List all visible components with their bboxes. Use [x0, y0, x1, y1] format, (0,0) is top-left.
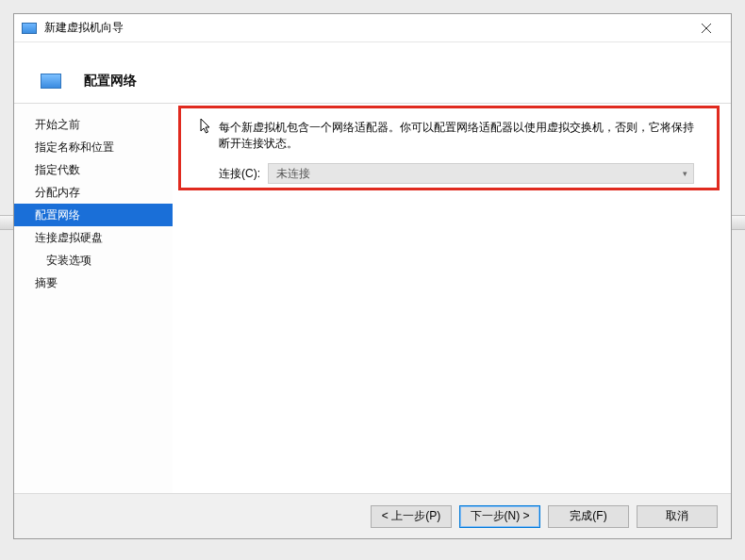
sidebar-item-before-begin[interactable]: 开始之前	[14, 113, 173, 136]
close-button[interactable]	[686, 15, 727, 41]
page-title: 配置网络	[84, 73, 137, 90]
sidebar-item-label: 指定名称和位置	[35, 140, 114, 154]
sidebar-item-memory[interactable]: 分配内存	[14, 181, 173, 204]
wizard-header: 配置网络	[14, 42, 731, 103]
sidebar-item-label: 指定代数	[35, 163, 80, 176]
window-title: 新建虚拟机向导	[44, 20, 686, 36]
connection-row: 连接(C): 未连接 ▾	[219, 163, 702, 184]
sidebar-item-label: 分配内存	[35, 186, 80, 199]
next-button[interactable]: 下一步(N) >	[459, 505, 540, 528]
app-icon	[22, 23, 37, 34]
highlight-annotation: 每个新虚拟机包含一个网络适配器。你可以配置网络适配器以使用虚拟交换机，否则，它将…	[178, 106, 720, 190]
sidebar-item-install-options[interactable]: 安装选项	[14, 249, 173, 272]
monitor-icon	[41, 74, 61, 89]
wizard-dialog: 新建虚拟机向导 配置网络 开始之前 指定名称和位置 指定代数 分配内存 配置网络…	[13, 13, 732, 539]
button-label: < 上一步(P)	[382, 508, 440, 524]
sidebar-item-summary[interactable]: 摘要	[14, 272, 173, 294]
description-text: 每个新虚拟机包含一个网络适配器。你可以配置网络适配器以使用虚拟交换机，否则，它将…	[219, 120, 702, 152]
sidebar-item-vhd[interactable]: 连接虚拟硬盘	[14, 226, 173, 249]
previous-button[interactable]: < 上一步(P)	[371, 505, 452, 528]
wizard-footer: < 上一步(P) 下一步(N) > 完成(F) 取消	[14, 493, 731, 538]
sidebar-item-label: 摘要	[35, 276, 58, 289]
sidebar-item-name-location[interactable]: 指定名称和位置	[14, 136, 173, 158]
sidebar-item-label: 连接虚拟硬盘	[35, 231, 103, 244]
button-label: 完成(F)	[570, 508, 606, 524]
sidebar-item-network[interactable]: 配置网络	[14, 204, 173, 226]
connection-label: 连接(C):	[219, 166, 260, 182]
connection-value: 未连接	[276, 166, 310, 182]
connection-dropdown[interactable]: 未连接 ▾	[268, 163, 694, 184]
sidebar-item-label: 安装选项	[46, 254, 91, 267]
chevron-down-icon: ▾	[683, 169, 687, 178]
cursor-icon	[200, 118, 211, 135]
sidebar-item-generation[interactable]: 指定代数	[14, 158, 173, 181]
title-bar: 新建虚拟机向导	[14, 14, 731, 42]
wizard-content: 每个新虚拟机包含一个网络适配器。你可以配置网络适配器以使用虚拟交换机，否则，它将…	[173, 104, 731, 493]
sidebar-item-label: 配置网络	[35, 208, 80, 222]
button-label: 取消	[666, 508, 688, 524]
cancel-button[interactable]: 取消	[637, 505, 718, 528]
close-icon	[702, 24, 711, 33]
finish-button[interactable]: 完成(F)	[548, 505, 629, 528]
sidebar-item-label: 开始之前	[35, 118, 80, 131]
button-label: 下一步(N) >	[471, 508, 530, 524]
wizard-body: 开始之前 指定名称和位置 指定代数 分配内存 配置网络 连接虚拟硬盘 安装选项 …	[14, 104, 731, 493]
wizard-steps-sidebar: 开始之前 指定名称和位置 指定代数 分配内存 配置网络 连接虚拟硬盘 安装选项 …	[14, 104, 173, 493]
